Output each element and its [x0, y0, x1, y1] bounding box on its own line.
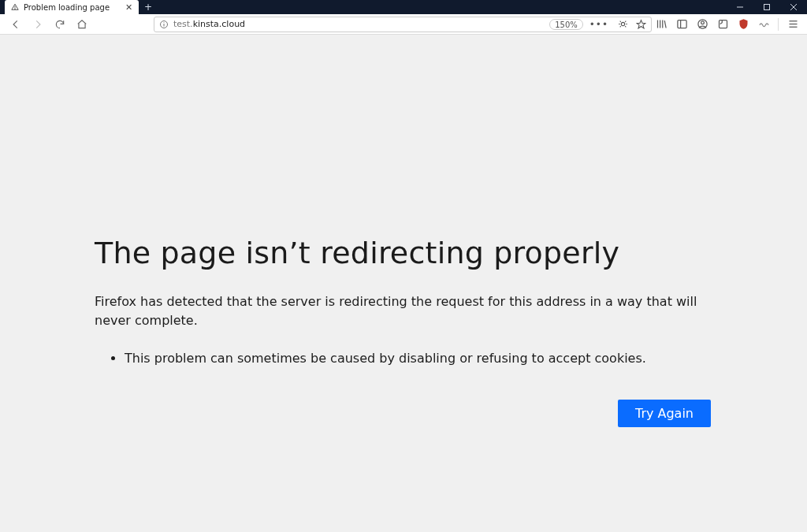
app-menu-button[interactable]	[787, 18, 799, 31]
page-actions-button[interactable]: •••	[588, 19, 610, 30]
svg-line-14	[664, 20, 666, 28]
svg-rect-15	[677, 20, 686, 28]
ublock-shield-icon[interactable]	[737, 18, 749, 31]
svg-point-18	[701, 21, 704, 24]
error-container: The page isn’t redirecting properly Fire…	[95, 35, 717, 427]
svg-point-9	[621, 22, 624, 25]
toolbar-addons	[655, 18, 801, 31]
window-close-button[interactable]	[780, 0, 807, 14]
page-content: The page isn’t redirecting properly Fire…	[0, 35, 807, 532]
url-text: test.kinsta.cloud	[173, 19, 545, 29]
forward-button[interactable]	[28, 15, 47, 34]
titlebar: Problem loading page ✕ +	[0, 0, 807, 14]
urlbar-page-actions: •••	[588, 19, 646, 30]
sidebar-icon[interactable]	[675, 18, 688, 31]
account-icon[interactable]	[696, 18, 708, 31]
home-button[interactable]	[73, 15, 91, 34]
tab-title: Problem loading page	[24, 3, 121, 12]
svg-point-1	[15, 9, 16, 9]
window-minimize-button[interactable]	[727, 0, 753, 14]
error-hint-item: This problem can sometimes be caused by …	[125, 349, 717, 368]
try-again-button[interactable]: Try Again	[618, 400, 711, 427]
window-maximize-button[interactable]	[753, 0, 780, 14]
zoom-badge[interactable]: 150%	[549, 19, 583, 30]
error-hint-list: This problem can sometimes be caused by …	[95, 349, 717, 368]
window-controls	[727, 0, 807, 14]
url-host: kinsta.cloud	[193, 19, 245, 29]
svg-marker-10	[637, 20, 645, 28]
error-description: Firefox has detected that the server is …	[95, 292, 717, 330]
bookmark-star-icon[interactable]	[636, 19, 646, 29]
toolbar-divider	[778, 18, 779, 31]
error-heading: The page isn’t redirecting properly	[95, 236, 717, 270]
addon-icon[interactable]	[757, 18, 770, 31]
url-bar[interactable]: test.kinsta.cloud 150% •••	[154, 17, 652, 32]
tab-close-button[interactable]: ✕	[125, 3, 132, 12]
browser-tab[interactable]: Problem loading page ✕	[5, 0, 139, 14]
svg-rect-3	[764, 5, 770, 10]
svg-point-8	[164, 22, 165, 23]
extension-icon[interactable]	[716, 18, 729, 31]
back-button[interactable]	[6, 15, 25, 34]
navigation-toolbar: test.kinsta.cloud 150% •••	[0, 14, 807, 35]
new-tab-button[interactable]: +	[139, 0, 158, 14]
warning-icon	[11, 3, 19, 11]
url-subdomain: test.	[173, 19, 193, 29]
site-info-icon[interactable]	[159, 20, 169, 29]
reload-button[interactable]	[50, 15, 69, 34]
reader-mode-icon[interactable]	[618, 19, 628, 29]
library-icon[interactable]	[655, 18, 668, 31]
